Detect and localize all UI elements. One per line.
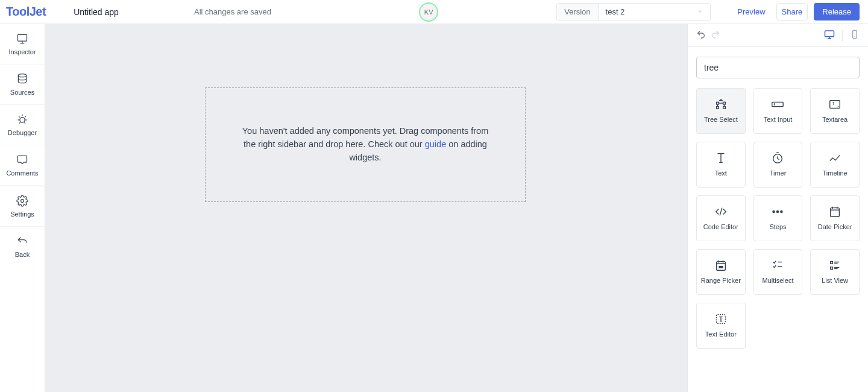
components-grid: Tree Select Text Input T Textarea Text [688, 84, 868, 361]
release-button[interactable]: Release [814, 3, 860, 21]
component-timeline[interactable]: Timeline [810, 142, 860, 188]
tree-select-icon [714, 98, 728, 111]
sidebar-item-label: Comments [6, 169, 38, 177]
component-steps[interactable]: Steps [753, 195, 803, 241]
date-picker-icon [828, 205, 841, 218]
undo-redo-group [696, 30, 720, 42]
text-input-icon [771, 98, 784, 111]
canvas-dropzone[interactable]: You haven't added any components yet. Dr… [205, 87, 526, 202]
list-view-icon [828, 259, 841, 272]
save-status: All changes are saved [56, 7, 409, 16]
component-multiselect[interactable]: Multiselect [753, 249, 803, 295]
svg-rect-10 [723, 107, 725, 109]
version-box: Version test 2 [556, 3, 711, 21]
version-label: Version [557, 4, 598, 21]
guide-link[interactable]: guide [425, 139, 446, 149]
timeline-icon [828, 151, 841, 165]
svg-rect-9 [716, 107, 719, 109]
debugger-icon [16, 113, 28, 125]
svg-point-3 [21, 200, 24, 203]
svg-rect-7 [716, 103, 719, 105]
component-textarea[interactable]: T Textarea [810, 88, 860, 134]
right-panel: Tree Select Text Input T Textarea Text [687, 24, 868, 392]
sources-icon [16, 73, 28, 85]
component-label: Code Editor [701, 223, 741, 231]
app-header: ToolJet Untitled app All changes are sav… [0, 0, 868, 24]
divider [842, 30, 843, 41]
svg-rect-22 [719, 266, 723, 268]
component-range-picker[interactable]: Range Picker [696, 249, 746, 295]
component-text-editor[interactable]: Text Editor [696, 303, 746, 349]
desktop-icon[interactable] [824, 29, 835, 42]
range-picker-icon [714, 259, 728, 272]
svg-point-1 [18, 74, 26, 77]
component-label: Textarea [820, 116, 850, 124]
canvas[interactable]: You haven't added any components yet. Dr… [45, 24, 687, 392]
sidebar-item-label: Debugger [8, 129, 37, 136]
multiselect-icon [771, 259, 784, 272]
sidebar-item-comments[interactable]: Comments [0, 145, 45, 186]
component-tree-select[interactable]: Tree Select [696, 88, 746, 134]
svg-point-2 [20, 118, 25, 122]
svg-rect-25 [831, 262, 833, 264]
component-label: Timer [767, 169, 789, 177]
device-toggle [824, 29, 860, 42]
tooljet-logo: ToolJet [6, 5, 46, 19]
svg-rect-26 [831, 267, 833, 270]
component-label: Date Picker [816, 223, 855, 231]
component-date-picker[interactable]: Date Picker [810, 195, 860, 241]
text-editor-icon [714, 312, 728, 326]
svg-point-18 [777, 211, 779, 213]
svg-rect-11 [772, 103, 783, 107]
share-button[interactable]: Share [776, 3, 808, 21]
main-area: Inspector Sources Debugger Comments Sett… [0, 24, 868, 392]
redo-icon [711, 30, 720, 42]
timer-icon [771, 151, 784, 165]
svg-rect-5 [853, 30, 857, 38]
sidebar-item-inspector[interactable]: Inspector [0, 24, 45, 65]
component-label: Tree Select [702, 116, 740, 124]
comments-icon [16, 154, 28, 166]
version-select[interactable]: test 2 [599, 4, 711, 21]
svg-text:T: T [832, 101, 835, 106]
component-search-wrap [688, 47, 868, 84]
right-toolbar [688, 24, 868, 47]
header-actions: Preview Share Release [732, 3, 860, 21]
component-search-input[interactable] [696, 57, 860, 78]
steps-icon [771, 205, 784, 218]
component-label: Multiselect [760, 277, 796, 285]
component-text-input[interactable]: Text Input [753, 88, 803, 134]
component-list-view[interactable]: List View [810, 249, 860, 295]
back-icon [16, 235, 28, 247]
component-label: Text Editor [703, 330, 739, 338]
svg-rect-8 [723, 103, 725, 105]
preview-button[interactable]: Preview [732, 4, 770, 20]
sidebar-item-label: Back [15, 251, 30, 258]
inspector-icon [16, 33, 28, 45]
left-sidebar: Inspector Sources Debugger Comments Sett… [0, 24, 45, 392]
component-label: Timeline [820, 169, 850, 177]
text-icon [714, 151, 728, 165]
avatar[interactable]: KV [419, 2, 438, 22]
component-timer[interactable]: Timer [753, 142, 803, 188]
mobile-icon[interactable] [850, 30, 860, 42]
sidebar-item-back[interactable]: Back [0, 227, 45, 267]
component-text[interactable]: Text [696, 142, 746, 188]
sidebar-item-label: Sources [10, 89, 34, 96]
component-label: List View [819, 277, 851, 285]
svg-point-17 [773, 211, 775, 213]
component-label: Text [712, 169, 729, 177]
svg-line-16 [720, 208, 722, 216]
gear-icon [16, 195, 28, 207]
component-label: Text Input [761, 116, 795, 124]
sidebar-item-settings[interactable]: Settings [0, 186, 45, 227]
component-code-editor[interactable]: Code Editor [696, 195, 746, 241]
svg-rect-0 [18, 34, 27, 41]
sidebar-item-sources[interactable]: Sources [0, 65, 45, 105]
undo-icon[interactable] [696, 30, 706, 42]
sidebar-item-debugger[interactable]: Debugger [0, 105, 45, 145]
code-editor-icon [714, 205, 728, 218]
svg-rect-4 [825, 31, 834, 37]
svg-point-19 [781, 211, 783, 213]
sidebar-item-label: Inspector [8, 48, 36, 55]
